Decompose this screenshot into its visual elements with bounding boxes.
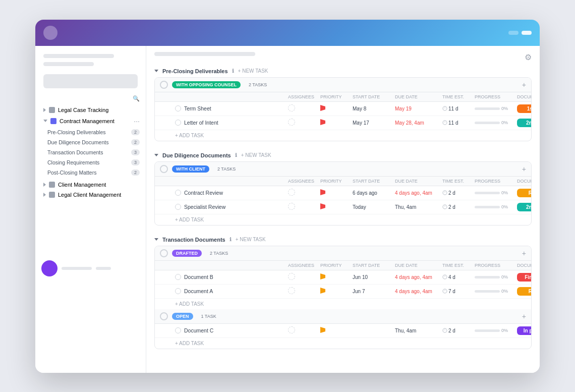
task-priority[interactable] — [320, 119, 351, 126]
doc-status-button[interactable]: Review — [517, 189, 532, 197]
doc-status-button[interactable]: 2nd Draft — [517, 119, 532, 127]
doc-status-button[interactable]: In progress — [517, 326, 532, 335]
task-doc-status[interactable]: 2nd Draft — [517, 203, 532, 211]
doc-status-button[interactable]: 2nd Draft — [517, 203, 532, 211]
add-task-row[interactable]: + ADD TASK — [155, 299, 531, 309]
group-add-icon[interactable]: + — [522, 165, 526, 173]
main-header: ⚙ — [154, 52, 532, 63]
task-priority[interactable] — [320, 288, 351, 295]
chat-button[interactable] — [41, 260, 58, 276]
settings-icon[interactable]: ⚙ — [525, 52, 532, 62]
section-due-diligence: Due Diligence Documents ℹ + NEW TASK WIT… — [154, 149, 532, 226]
group-status-badge: DRAFTED — [172, 250, 202, 257]
task-doc-status[interactable]: 2nd Draft — [517, 119, 532, 127]
task-row[interactable]: Contract Review6 days ago4 days ago, 4am… — [155, 186, 531, 200]
task-assignee[interactable] — [288, 203, 318, 211]
task-doc-status[interactable]: Review — [517, 189, 532, 197]
task-priority[interactable] — [320, 327, 351, 334]
sidebar-item-client-mgmt[interactable]: Client Management — [35, 180, 146, 190]
svg-marker-9 — [320, 203, 325, 209]
progress-bar — [475, 276, 500, 278]
task-priority[interactable] — [320, 273, 351, 281]
chat-bar1 — [62, 267, 92, 270]
column-header: PRIORITY — [320, 94, 351, 99]
task-assignee[interactable] — [288, 287, 318, 295]
task-doc-status[interactable]: Review — [517, 287, 532, 296]
group-task-count: 2 TASKS — [249, 82, 267, 87]
task-doc-status[interactable]: 1st Draft — [517, 104, 532, 113]
folder-icon — [49, 192, 55, 198]
group-add-icon[interactable]: + — [522, 249, 526, 257]
new-task-button[interactable]: + NEW TASK — [236, 237, 266, 242]
add-task-row[interactable]: + ADD TASK — [155, 214, 531, 225]
task-assignee[interactable] — [288, 119, 318, 127]
assignee-avatar — [288, 273, 295, 280]
section-expand-icon[interactable] — [154, 70, 158, 72]
task-doc-status[interactable]: In progress — [517, 326, 532, 335]
add-task-row[interactable]: + ADD TASK — [155, 338, 531, 349]
column-headers: ASSIGNEESPRIORITYSTART DATEDUE DATETIME … — [155, 261, 531, 270]
assignee-avatar — [288, 326, 295, 333]
task-due-date: 4 days ago, 4am — [395, 190, 440, 196]
task-name: Letter of Intent — [175, 120, 286, 126]
task-assignee[interactable] — [288, 104, 318, 113]
group-circle — [160, 81, 168, 89]
column-header: PRIORITY — [320, 263, 351, 268]
task-row[interactable]: Document CThu, 4am 2 d0%In progress — [155, 324, 531, 338]
section-info-icon: ℹ — [232, 68, 234, 74]
clock-icon — [442, 289, 447, 294]
doc-status-button[interactable]: Review — [517, 287, 532, 296]
group-add-icon[interactable]: + — [522, 81, 526, 89]
task-start-date: 6 days ago — [353, 190, 393, 196]
task-row[interactable]: Letter of IntentMay 17May 28, 4am 11 d0%… — [155, 116, 531, 130]
task-doc-status[interactable]: Final Draft — [517, 273, 532, 282]
sidebar-subitem[interactable]: Post-Closing Matters2 — [35, 167, 146, 178]
task-priority[interactable] — [320, 203, 351, 210]
task-assignee[interactable] — [288, 273, 318, 281]
task-assignee[interactable] — [288, 189, 318, 197]
sidebar-subitem[interactable]: Pre-Closing Deliverables2 — [35, 127, 146, 137]
clock-icon — [442, 274, 447, 279]
doc-status-button[interactable]: Final Draft — [517, 273, 532, 282]
section-pre-closing: Pre-Closing Deliverables ℹ + NEW TASK WI… — [154, 65, 532, 141]
task-priority[interactable] — [320, 189, 351, 196]
expand-icon — [43, 120, 47, 122]
sidebar-subitem[interactable]: Closing Requirements3 — [35, 157, 146, 167]
free-button[interactable] — [508, 31, 519, 35]
group-circle — [160, 312, 168, 320]
sidebar-item-label: Legal Case Tracking — [58, 107, 108, 113]
sidebar-subitem[interactable]: Transaction Documents3 — [35, 147, 146, 157]
sidebar-search-icon[interactable]: 🔍 — [133, 95, 140, 102]
task-circle — [175, 274, 181, 280]
sidebar-item-contract-mgmt[interactable]: Contract Management ··· — [35, 115, 146, 127]
sidebar-item-legal-case[interactable]: Legal Case Tracking — [35, 105, 146, 115]
task-row[interactable]: Document AJun 74 days ago, 4am 7 d0%Revi… — [155, 285, 531, 299]
add-task-row[interactable]: + ADD TASK — [155, 130, 531, 141]
task-progress: 0% — [475, 190, 515, 195]
column-headers: ASSIGNEESPRIORITYSTART DATEDUE DATETIME … — [155, 92, 531, 102]
new-task-button[interactable]: + NEW TASK — [238, 68, 268, 74]
task-row[interactable]: Document BJun 104 days ago, 4am 4 d0%Fin… — [155, 270, 531, 285]
group-add-icon[interactable]: + — [522, 312, 526, 320]
task-row[interactable]: Term SheetMay 8May 19 11 d0%1st Draft — [155, 102, 531, 116]
sidebar-section-lawfirms[interactable]: 🔍 — [35, 92, 146, 105]
sidebar-item-placeholder[interactable] — [43, 74, 138, 88]
assignee-avatar — [288, 287, 295, 294]
view-button[interactable] — [522, 31, 532, 35]
section-expand-icon[interactable] — [154, 154, 158, 156]
svg-marker-18 — [320, 327, 325, 333]
sidebar-item-legal-client[interactable]: Legal Client Management — [35, 190, 146, 200]
task-row[interactable]: Specialist ReviewTodayThu, 4am 2 d0%2nd … — [155, 200, 531, 214]
doc-status-button[interactable]: 1st Draft — [517, 104, 532, 113]
main-content: ⚙ Pre-Closing Deliverables ℹ + NEW TASK … — [146, 46, 540, 373]
more-icon[interactable]: ··· — [134, 117, 140, 125]
sidebar-subitem[interactable]: Due Diligence Documents2 — [35, 137, 146, 147]
task-priority[interactable] — [320, 105, 351, 112]
task-progress: 0% — [475, 204, 515, 209]
section-expand-icon[interactable] — [154, 238, 158, 241]
task-assignee[interactable] — [288, 326, 318, 334]
assignee-avatar — [288, 104, 295, 111]
column-header: TIME EST. — [442, 179, 473, 184]
sidebar-subitems: Pre-Closing Deliverables2Due Diligence D… — [35, 127, 146, 178]
new-task-button[interactable]: + NEW TASK — [241, 152, 271, 158]
